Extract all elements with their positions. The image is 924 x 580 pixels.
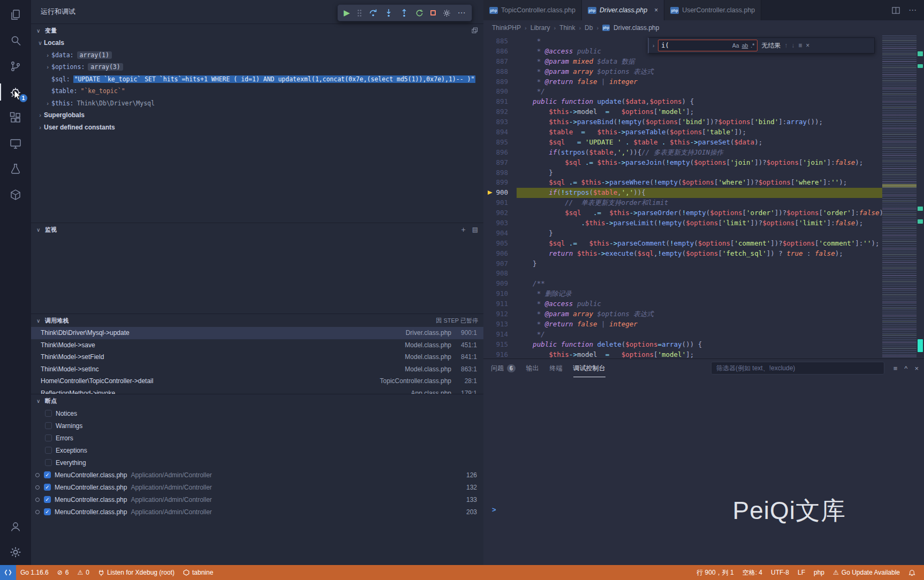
code-line[interactable]: 914 */ <box>483 330 882 340</box>
package-explorer-icon[interactable] <box>0 182 31 208</box>
callstack-frame[interactable]: Think\Db\Driver\Mysql->updateDriver.clas… <box>31 327 483 339</box>
code-line[interactable]: 893 $this->parseBind(!empty($options['bi… <box>483 117 882 127</box>
variable-row[interactable]: $sql:"UPDATE `ke_topic` SET `hits`=hits+… <box>31 73 483 86</box>
code-line[interactable]: 908 <box>483 269 882 279</box>
breadcrumb-item[interactable]: Think <box>559 24 575 32</box>
panel-tab[interactable]: 调试控制台 <box>573 359 605 377</box>
checkbox-unchecked[interactable] <box>45 447 52 454</box>
extensions-icon[interactable] <box>0 105 31 131</box>
code-line[interactable]: 894 $table = $this->parseTable($options[… <box>483 127 882 138</box>
panel-tab[interactable]: 终端 <box>550 359 563 377</box>
stop-button[interactable] <box>430 10 436 16</box>
more-actions-icon[interactable]: ⋯ <box>908 5 917 15</box>
code-line[interactable]: 902 $sql .= $this->parseOrder(!empty($op… <box>483 208 882 218</box>
testing-icon[interactable] <box>0 156 31 182</box>
explorer-icon[interactable] <box>0 2 31 28</box>
breakpoint-item[interactable]: ✓MenuController.class.phpApplication/Adm… <box>31 506 483 518</box>
call-stack-section-header[interactable]: ∨ 调用堆栈 因 STEP 已暂停 <box>31 314 483 327</box>
breadcrumb-item[interactable]: ThinkPHP <box>492 24 521 32</box>
code-line[interactable]: 907 } <box>483 259 882 269</box>
encoding[interactable]: UTF-8 <box>767 565 793 580</box>
remote-explorer-icon[interactable] <box>0 131 31 156</box>
breakpoint-toggle[interactable]: Notices <box>31 407 483 419</box>
cursor-position[interactable]: 行 900，列 1 <box>692 565 738 580</box>
breakpoint-toggle[interactable]: Warnings <box>31 419 483 432</box>
code-line[interactable]: 898 } <box>483 168 882 178</box>
console-filter-input[interactable] <box>711 362 884 375</box>
breakpoint-item[interactable]: ✓MenuController.class.phpApplication/Adm… <box>31 493 483 506</box>
code-line[interactable]: 906 return $this->execute($sql,!empty($o… <box>483 249 882 259</box>
breakpoint-item[interactable]: ✓MenuController.class.phpApplication/Adm… <box>31 469 483 481</box>
accounts-icon[interactable] <box>0 514 31 539</box>
breadcrumb-item[interactable]: Db <box>585 24 593 32</box>
copy-icon[interactable] <box>472 27 478 34</box>
split-editor-icon[interactable] <box>892 6 900 14</box>
variable-row[interactable]: ∨Locals <box>31 37 483 49</box>
watch-section-header[interactable]: ∨ 监视 + ▤ <box>31 223 483 236</box>
more-icon[interactable]: ⋯ <box>458 8 466 18</box>
source-control-icon[interactable] <box>0 54 31 79</box>
callstack-frame[interactable]: Think\Model->setFieldModel.class.php841:… <box>31 351 483 363</box>
step-into-button[interactable] <box>384 9 393 17</box>
language-mode[interactable]: php <box>809 565 829 580</box>
whole-word-icon[interactable]: ab <box>742 42 748 49</box>
panel-tab[interactable]: 输出 <box>526 359 539 377</box>
code-line[interactable]: 903 .$this->parseLimit(!empty($options['… <box>483 218 882 228</box>
go-update[interactable]: ⚠Go Update Available <box>829 565 904 580</box>
code-line[interactable]: 915 public function delete($options=arra… <box>483 340 882 350</box>
checkbox-checked[interactable]: ✓ <box>44 508 51 515</box>
debug-console[interactable]: > PeiQi文库 <box>483 377 924 565</box>
checkbox-checked[interactable]: ✓ <box>44 496 51 503</box>
code-line[interactable]: 905 $sql .= $this->parseComment(!empty($… <box>483 239 882 249</box>
code-line[interactable]: 916 $this->model = $options['model']; <box>483 350 882 358</box>
variables-section-header[interactable]: ∨ 变量 <box>31 24 483 37</box>
clear-console-icon[interactable]: ≡ <box>893 364 898 372</box>
errors[interactable]: ⊘6 <box>53 565 73 580</box>
close-panel-icon[interactable]: × <box>914 364 919 372</box>
code-line[interactable]: 913 * @return false | integer <box>483 319 882 330</box>
editor-tab[interactable]: phpDriver.class.php× <box>582 0 664 20</box>
breakpoint-item[interactable]: ✓MenuController.class.phpApplication/Adm… <box>31 481 483 493</box>
code-line[interactable]: 892 $this->model = $options['model']; <box>483 107 882 117</box>
code-line[interactable]: 889 * @return false | integer <box>483 77 882 87</box>
close-find-icon[interactable]: × <box>806 42 809 49</box>
code-line[interactable]: 910 * 删除记录 <box>483 289 882 299</box>
code-line[interactable]: 890 */ <box>483 87 882 97</box>
checkbox-unchecked[interactable] <box>45 434 52 441</box>
callstack-frame[interactable]: Think\Model->saveModel.class.php451:1 <box>31 339 483 352</box>
notifications[interactable] <box>904 565 920 580</box>
checkbox-unchecked[interactable] <box>45 459 52 466</box>
code-line[interactable]: 904 } <box>483 228 882 239</box>
toggle-replace-icon[interactable]: › <box>653 43 654 49</box>
variable-row[interactable]: ›$this:Think\Db\Driver\Mysql <box>31 97 483 110</box>
variable-row[interactable]: ›$data:array(1) <box>31 49 483 62</box>
go-version[interactable]: Go 1.16.6 <box>16 565 53 580</box>
regex-icon[interactable]: .* <box>751 42 754 49</box>
add-watch-icon[interactable]: + <box>461 225 465 234</box>
code-line[interactable]: 911 * @access public <box>483 299 882 309</box>
callstack-frame[interactable]: ReflectionMethod->invokeApp.class.php179… <box>31 387 483 394</box>
warnings[interactable]: ⚠0 <box>73 565 93 580</box>
callstack-frame[interactable]: Home\Controller\TopicController->detailT… <box>31 375 483 387</box>
code-line[interactable]: 901 // 单表更新支持order和limit <box>483 198 882 208</box>
checkbox-checked[interactable]: ✓ <box>44 471 51 478</box>
breakpoint-toggle[interactable]: Errors <box>31 432 483 444</box>
code-line[interactable]: 912 * @param array $options 表达式 <box>483 309 882 319</box>
breakpoint-toggle[interactable]: Everything <box>31 456 483 469</box>
editor-tab[interactable]: phpUserController.class.php <box>664 0 761 20</box>
breakpoints-section-header[interactable]: ∨ 断点 <box>31 394 483 407</box>
code-line[interactable]: 899 $sql .= $this->parseWhere(!empty($op… <box>483 178 882 188</box>
code-line[interactable]: 909 /** <box>483 279 882 289</box>
search-icon[interactable] <box>0 28 31 54</box>
code-line[interactable]: 888 * @param array $options 表达式 <box>483 67 882 77</box>
code-line[interactable]: 897 $sql .= $this->parseJoin(!empty($opt… <box>483 158 882 168</box>
eol[interactable]: LF <box>793 565 809 580</box>
maximize-panel-icon[interactable]: ^ <box>904 364 907 372</box>
code-line[interactable]: 896 if(strpos($table,',')){// 多表更新支持JOIN… <box>483 148 882 158</box>
breadcrumb-item[interactable]: Driver.class.php <box>614 24 659 32</box>
restart-button[interactable] <box>415 9 423 17</box>
remote-indicator[interactable] <box>0 565 16 580</box>
settings-gear-icon[interactable] <box>0 539 31 565</box>
find-input[interactable] <box>661 42 729 49</box>
breakpoint-toggle[interactable]: Exceptions <box>31 444 483 456</box>
